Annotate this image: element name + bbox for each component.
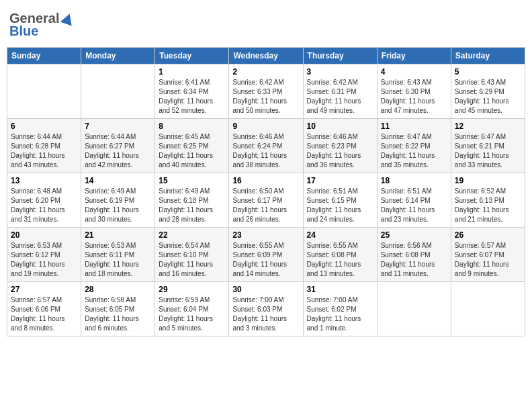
day-number: 27 (11, 285, 77, 294)
day-info: Sunrise: 6:53 AM Sunset: 6:12 PM Dayligh… (11, 241, 77, 279)
day-number: 25 (381, 230, 447, 240)
day-info: Sunrise: 6:59 AM Sunset: 6:04 PM Dayligh… (159, 295, 225, 333)
weekday-header-sunday: Sunday (7, 48, 81, 64)
day-number: 16 (232, 176, 299, 185)
day-info: Sunrise: 6:44 AM Sunset: 6:27 PM Dayligh… (85, 132, 151, 170)
day-number: 14 (85, 176, 151, 185)
calendar-cell: 29Sunrise: 6:59 AM Sunset: 6:04 PM Dayli… (155, 282, 229, 336)
day-info: Sunrise: 6:50 AM Sunset: 6:17 PM Dayligh… (232, 187, 299, 224)
day-number: 30 (232, 285, 299, 294)
day-number: 1 (159, 67, 225, 77)
calendar-cell: 19Sunrise: 6:52 AM Sunset: 6:13 PM Dayli… (451, 173, 525, 228)
day-info: Sunrise: 6:55 AM Sunset: 6:09 PM Dayligh… (232, 241, 299, 279)
weekday-header-thursday: Thursday (303, 48, 377, 64)
day-info: Sunrise: 6:44 AM Sunset: 6:28 PM Dayligh… (11, 132, 77, 170)
day-info: Sunrise: 6:43 AM Sunset: 6:30 PM Dayligh… (381, 78, 447, 116)
day-info: Sunrise: 6:42 AM Sunset: 6:31 PM Dayligh… (307, 78, 373, 116)
day-number: 5 (455, 67, 521, 77)
day-info: Sunrise: 6:57 AM Sunset: 6:06 PM Dayligh… (11, 295, 77, 333)
calendar-cell: 28Sunrise: 6:58 AM Sunset: 6:05 PM Dayli… (81, 282, 155, 336)
day-info: Sunrise: 6:51 AM Sunset: 6:15 PM Dayligh… (307, 187, 373, 224)
calendar-cell: 31Sunrise: 7:00 AM Sunset: 6:02 PM Dayli… (303, 282, 377, 336)
calendar-cell: 26Sunrise: 6:57 AM Sunset: 6:07 PM Dayli… (451, 228, 525, 282)
day-info: Sunrise: 6:41 AM Sunset: 6:34 PM Dayligh… (159, 78, 225, 116)
day-number: 22 (159, 230, 225, 240)
calendar-cell: 3Sunrise: 6:42 AM Sunset: 6:31 PM Daylig… (303, 64, 377, 119)
calendar-cell: 4Sunrise: 6:43 AM Sunset: 6:30 PM Daylig… (377, 64, 451, 119)
day-number: 2 (232, 67, 299, 77)
day-number: 21 (85, 230, 151, 240)
day-info: Sunrise: 6:51 AM Sunset: 6:14 PM Dayligh… (381, 187, 447, 224)
week-row-2: 6Sunrise: 6:44 AM Sunset: 6:28 PM Daylig… (7, 119, 525, 173)
day-info: Sunrise: 6:57 AM Sunset: 6:07 PM Dayligh… (455, 241, 521, 279)
calendar-cell: 24Sunrise: 6:55 AM Sunset: 6:08 PM Dayli… (303, 228, 377, 282)
calendar-cell: 1Sunrise: 6:41 AM Sunset: 6:34 PM Daylig… (155, 64, 229, 119)
day-info: Sunrise: 6:55 AM Sunset: 6:08 PM Dayligh… (307, 241, 373, 279)
day-info: Sunrise: 6:56 AM Sunset: 6:08 PM Dayligh… (381, 241, 447, 279)
calendar-cell: 10Sunrise: 6:46 AM Sunset: 6:23 PM Dayli… (303, 119, 377, 173)
day-number: 6 (11, 122, 77, 131)
weekday-header-row: SundayMondayTuesdayWednesdayThursdayFrid… (7, 48, 525, 64)
day-number: 11 (381, 122, 447, 131)
day-number: 18 (381, 176, 447, 185)
calendar-cell: 9Sunrise: 6:46 AM Sunset: 6:24 PM Daylig… (229, 119, 303, 173)
day-info: Sunrise: 6:46 AM Sunset: 6:23 PM Dayligh… (307, 132, 373, 170)
calendar-cell: 21Sunrise: 6:53 AM Sunset: 6:11 PM Dayli… (81, 228, 155, 282)
calendar-cell: 15Sunrise: 6:49 AM Sunset: 6:18 PM Dayli… (155, 173, 229, 228)
calendar-cell (451, 282, 525, 336)
page-header: General Blue (7, 7, 525, 43)
day-info: Sunrise: 6:45 AM Sunset: 6:25 PM Dayligh… (159, 132, 225, 170)
calendar-cell (7, 64, 81, 119)
day-number: 13 (11, 176, 77, 185)
weekday-header-tuesday: Tuesday (155, 48, 229, 64)
day-number: 7 (85, 122, 151, 131)
day-number: 4 (381, 67, 447, 77)
calendar-cell: 8Sunrise: 6:45 AM Sunset: 6:25 PM Daylig… (155, 119, 229, 173)
day-number: 29 (159, 285, 225, 294)
week-row-5: 27Sunrise: 6:57 AM Sunset: 6:06 PM Dayli… (7, 282, 525, 336)
day-number: 10 (307, 122, 373, 131)
day-number: 28 (85, 285, 151, 294)
weekday-header-saturday: Saturday (451, 48, 525, 64)
day-number: 15 (159, 176, 225, 185)
day-number: 24 (307, 230, 373, 240)
calendar-cell: 25Sunrise: 6:56 AM Sunset: 6:08 PM Dayli… (377, 228, 451, 282)
day-info: Sunrise: 6:53 AM Sunset: 6:11 PM Dayligh… (85, 241, 151, 279)
day-info: Sunrise: 6:58 AM Sunset: 6:05 PM Dayligh… (85, 295, 151, 333)
day-number: 9 (232, 122, 299, 131)
calendar-cell: 22Sunrise: 6:54 AM Sunset: 6:10 PM Dayli… (155, 228, 229, 282)
day-number: 20 (11, 230, 77, 240)
week-row-1: 1Sunrise: 6:41 AM Sunset: 6:34 PM Daylig… (7, 64, 525, 119)
day-info: Sunrise: 6:49 AM Sunset: 6:18 PM Dayligh… (159, 187, 225, 224)
calendar-cell: 27Sunrise: 6:57 AM Sunset: 6:06 PM Dayli… (7, 282, 81, 336)
calendar-cell: 30Sunrise: 7:00 AM Sunset: 6:03 PM Dayli… (229, 282, 303, 336)
day-number: 19 (455, 176, 521, 185)
day-info: Sunrise: 6:43 AM Sunset: 6:29 PM Dayligh… (455, 78, 521, 116)
day-info: Sunrise: 6:54 AM Sunset: 6:10 PM Dayligh… (159, 241, 225, 279)
calendar-cell: 23Sunrise: 6:55 AM Sunset: 6:09 PM Dayli… (229, 228, 303, 282)
calendar-cell: 18Sunrise: 6:51 AM Sunset: 6:14 PM Dayli… (377, 173, 451, 228)
weekday-header-wednesday: Wednesday (229, 48, 303, 64)
day-number: 26 (455, 230, 521, 240)
calendar-cell: 14Sunrise: 6:49 AM Sunset: 6:19 PM Dayli… (81, 173, 155, 228)
day-number: 3 (307, 67, 373, 77)
calendar-cell: 7Sunrise: 6:44 AM Sunset: 6:27 PM Daylig… (81, 119, 155, 173)
day-number: 17 (307, 176, 373, 185)
day-number: 12 (455, 122, 521, 131)
calendar-cell: 20Sunrise: 6:53 AM Sunset: 6:12 PM Dayli… (7, 228, 81, 282)
logo: General Blue (9, 11, 74, 39)
day-info: Sunrise: 6:49 AM Sunset: 6:19 PM Dayligh… (85, 187, 151, 224)
day-info: Sunrise: 7:00 AM Sunset: 6:02 PM Dayligh… (307, 295, 373, 333)
day-info: Sunrise: 6:48 AM Sunset: 6:20 PM Dayligh… (11, 187, 77, 224)
calendar-cell: 11Sunrise: 6:47 AM Sunset: 6:22 PM Dayli… (377, 119, 451, 173)
day-number: 8 (159, 122, 225, 131)
day-info: Sunrise: 6:46 AM Sunset: 6:24 PM Dayligh… (232, 132, 299, 170)
calendar-cell: 12Sunrise: 6:47 AM Sunset: 6:21 PM Dayli… (451, 119, 525, 173)
calendar-cell (81, 64, 155, 119)
week-row-3: 13Sunrise: 6:48 AM Sunset: 6:20 PM Dayli… (7, 173, 525, 228)
day-info: Sunrise: 6:47 AM Sunset: 6:22 PM Dayligh… (381, 132, 447, 170)
calendar-cell: 2Sunrise: 6:42 AM Sunset: 6:33 PM Daylig… (229, 64, 303, 119)
calendar-cell: 13Sunrise: 6:48 AM Sunset: 6:20 PM Dayli… (7, 173, 81, 228)
day-info: Sunrise: 6:52 AM Sunset: 6:13 PM Dayligh… (455, 187, 521, 224)
day-info: Sunrise: 6:47 AM Sunset: 6:21 PM Dayligh… (455, 132, 521, 170)
